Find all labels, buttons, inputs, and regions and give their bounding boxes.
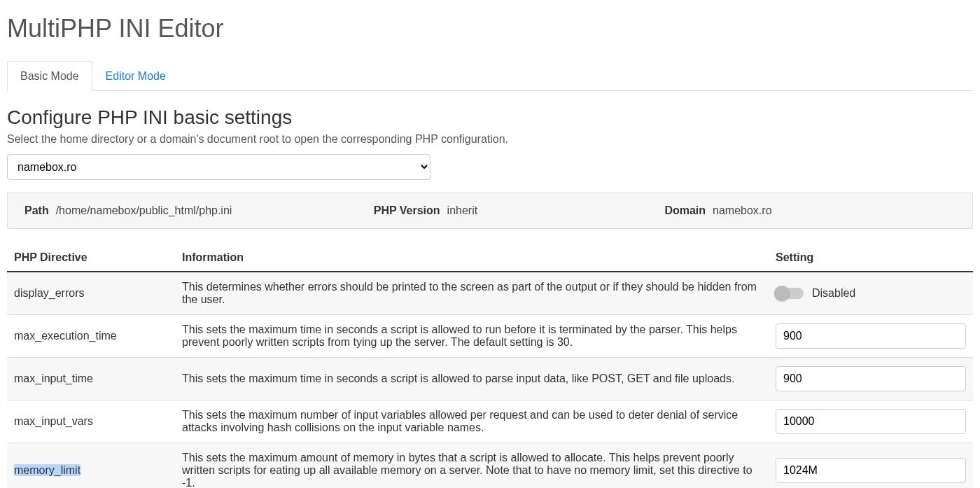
domain-select[interactable]: namebox.ro [7, 154, 430, 180]
directive-name: memory_limit [14, 464, 80, 476]
directive-cell: max_input_vars [7, 400, 175, 443]
table-row: memory_limitThis sets the maximum amount… [7, 443, 973, 489]
table-header-row: PHP Directive Information Setting [7, 244, 973, 272]
directives-table: PHP Directive Information Setting displa… [7, 244, 973, 488]
help-text: Select the home directory or a domain's … [7, 133, 973, 146]
setting-cell [769, 315, 973, 358]
directive-cell: memory_limit [7, 443, 175, 489]
directive-cell: display_errors [7, 272, 175, 315]
header-directive: PHP Directive [7, 244, 175, 272]
info-version-label: PHP Version [374, 204, 440, 217]
toggle-switch[interactable] [776, 288, 804, 299]
information-cell: This sets the maximum amount of memory i… [175, 443, 769, 489]
info-domain-value: namebox.ro [713, 204, 772, 217]
page-title: MultiPHP INI Editor [7, 14, 973, 43]
table-row: max_input_varsThis sets the maximum numb… [7, 400, 973, 443]
info-version-value: inherit [447, 204, 478, 217]
setting-cell [769, 400, 973, 443]
directive-cell: max_execution_time [7, 315, 175, 358]
table-row: display_errorsThis determines whether er… [7, 272, 973, 315]
setting-input[interactable] [776, 323, 966, 349]
tab-editor-mode[interactable]: Editor Mode [92, 61, 179, 91]
setting-input[interactable] [776, 458, 966, 483]
setting-cell [769, 443, 973, 489]
info-path-value: /home/namebox/public_html/php.ini [56, 204, 232, 217]
info-version: PHP Version inherit [374, 204, 665, 217]
tabs: Basic Mode Editor Mode [7, 60, 973, 91]
tab-basic-mode[interactable]: Basic Mode [7, 61, 92, 91]
info-path-label: Path [24, 204, 49, 217]
info-path: Path /home/namebox/public_html/php.ini [24, 204, 374, 217]
header-information: Information [175, 244, 769, 272]
toggle-label: Disabled [812, 287, 855, 300]
info-panel: Path /home/namebox/public_html/php.ini P… [7, 193, 973, 229]
info-domain-label: Domain [664, 204, 706, 217]
info-domain: Domain namebox.ro [664, 204, 955, 217]
information-cell: This sets the maximum time in seconds a … [175, 315, 769, 358]
table-row: max_input_timeThis sets the maximum time… [7, 358, 973, 400]
information-cell: This sets the maximum time in seconds a … [175, 358, 769, 400]
setting-cell: Disabled [769, 272, 973, 315]
information-cell: This determines whether errors should be… [175, 272, 769, 315]
setting-cell [769, 358, 973, 400]
information-cell: This sets the maximum number of input va… [175, 400, 769, 443]
setting-input[interactable] [776, 409, 966, 434]
header-setting: Setting [769, 244, 973, 272]
setting-input[interactable] [776, 366, 966, 391]
table-row: max_execution_timeThis sets the maximum … [7, 315, 973, 358]
toggle-knob [774, 286, 790, 301]
section-title: Configure PHP INI basic settings [7, 106, 973, 129]
directive-cell: max_input_time [7, 358, 175, 400]
